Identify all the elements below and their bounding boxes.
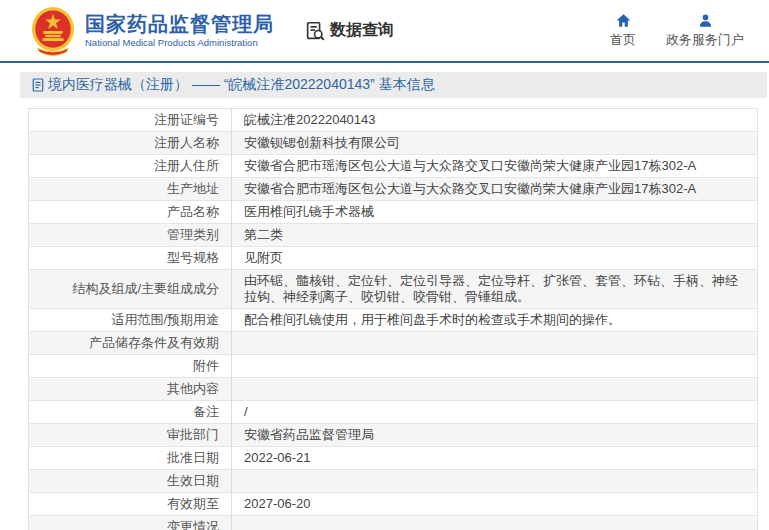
row-label: 产品储存条件及有效期 <box>29 332 232 355</box>
row-label: 注册人名称 <box>29 132 232 155</box>
table-row: 产品名称医用椎间孔镜手术器械 <box>29 201 758 224</box>
data-query-menu[interactable]: 数据查询 <box>304 20 394 42</box>
table-row: 批准日期2022-06-21 <box>29 447 758 470</box>
page-title: 境内医疗器械（注册） —— “皖械注准20222040143” 基本信息 <box>48 76 435 94</box>
row-value <box>232 470 758 493</box>
table-row: 产品储存条件及有效期 <box>29 332 758 355</box>
breadcrumb-bar: 境内医疗器械（注册） —— “皖械注准20222040143” 基本信息 <box>20 72 767 98</box>
table-row: 注册人住所安徽省合肥市瑶海区包公大道与大众路交叉口安徽尚荣大健康产业园17栋30… <box>29 155 758 178</box>
row-value: 安徽省合肥市瑶海区包公大道与大众路交叉口安徽尚荣大健康产业园17栋302-A <box>232 178 758 201</box>
row-value: 2027-06-20 <box>232 493 758 516</box>
table-row: 审批部门安徽省药品监督管理局 <box>29 424 758 447</box>
row-value: 安徽钡锶创新科技有限公司 <box>232 132 758 155</box>
row-label: 生产地址 <box>29 178 232 201</box>
row-value <box>232 332 758 355</box>
table-row: 生产地址安徽省合肥市瑶海区包公大道与大众路交叉口安徽尚荣大健康产业园17栋302… <box>29 178 758 201</box>
site-title: 国家药品监督管理局 <box>85 12 274 36</box>
row-label: 其他内容 <box>29 378 232 401</box>
row-label: 有效期至 <box>29 493 232 516</box>
row-label: 批准日期 <box>29 447 232 470</box>
row-value <box>232 355 758 378</box>
row-value <box>232 516 758 530</box>
row-value: 安徽省药品监督管理局 <box>232 424 758 447</box>
data-query-label: 数据查询 <box>330 20 394 41</box>
site-header: 国家药品监督管理局 National Medical Products Admi… <box>0 0 769 63</box>
home-icon <box>616 13 631 28</box>
registration-info-table: 注册证编号皖械注准20222040143注册人名称安徽钡锶创新科技有限公司注册人… <box>28 108 758 530</box>
table-row: 型号规格见附页 <box>29 247 758 270</box>
nav-home[interactable]: 首页 <box>610 13 636 49</box>
row-label: 管理类别 <box>29 224 232 247</box>
row-label: 注册证编号 <box>29 109 232 132</box>
row-label: 产品名称 <box>29 201 232 224</box>
row-label: 变更情况 <box>29 516 232 530</box>
row-value: 配合椎间孔镜使用，用于椎间盘手术时的检查或手术期间的操作。 <box>232 309 758 332</box>
row-value: 医用椎间孔镜手术器械 <box>232 201 758 224</box>
table-row: 生效日期 <box>29 470 758 493</box>
top-nav: 首页 政务服务门户 <box>610 13 744 49</box>
nav-gov-portal[interactable]: 政务服务门户 <box>666 13 744 49</box>
table-row: 管理类别第二类 <box>29 224 758 247</box>
row-value <box>232 378 758 401</box>
table-row: 变更情况 <box>29 516 758 530</box>
row-value: 由环锯、髓核钳、定位针、定位引导器、定位导杆、扩张管、套管、环钻、手柄、神经拉钩… <box>232 270 758 309</box>
document-icon <box>32 78 44 92</box>
row-value: 2022-06-21 <box>232 447 758 470</box>
table-row: 适用范围/预期用途配合椎间孔镜使用，用于椎间盘手术时的检查或手术期间的操作。 <box>29 309 758 332</box>
row-label: 注册人住所 <box>29 155 232 178</box>
table-row: 备注/ <box>29 401 758 424</box>
table-row: 其他内容 <box>29 378 758 401</box>
document-search-icon <box>304 20 326 42</box>
site-subtitle: National Medical Products Administration <box>85 36 274 49</box>
row-label: 型号规格 <box>29 247 232 270</box>
row-value: 皖械注准20222040143 <box>232 109 758 132</box>
info-table-body: 注册证编号皖械注准20222040143注册人名称安徽钡锶创新科技有限公司注册人… <box>29 109 758 530</box>
nav-gov-portal-label: 政务服务门户 <box>666 31 744 49</box>
row-label: 备注 <box>29 401 232 424</box>
row-label: 适用范围/预期用途 <box>29 309 232 332</box>
row-label: 生效日期 <box>29 470 232 493</box>
row-label: 审批部门 <box>29 424 232 447</box>
row-value: 第二类 <box>232 224 758 247</box>
table-row: 附件 <box>29 355 758 378</box>
brand-block: 国家药品监督管理局 National Medical Products Admi… <box>85 12 274 49</box>
nav-home-label: 首页 <box>610 31 636 49</box>
table-row: 有效期至2027-06-20 <box>29 493 758 516</box>
user-icon <box>698 13 713 28</box>
table-row: 注册证编号皖械注准20222040143 <box>29 109 758 132</box>
row-value: 见附页 <box>232 247 758 270</box>
table-row: 结构及组成/主要组成成分由环锯、髓核钳、定位针、定位引导器、定位导杆、扩张管、套… <box>29 270 758 309</box>
row-label: 附件 <box>29 355 232 378</box>
national-emblem-logo <box>30 6 76 56</box>
row-label: 结构及组成/主要组成成分 <box>29 270 232 309</box>
row-value: / <box>232 401 758 424</box>
row-value: 安徽省合肥市瑶海区包公大道与大众路交叉口安徽尚荣大健康产业园17栋302-A <box>232 155 758 178</box>
table-row: 注册人名称安徽钡锶创新科技有限公司 <box>29 132 758 155</box>
